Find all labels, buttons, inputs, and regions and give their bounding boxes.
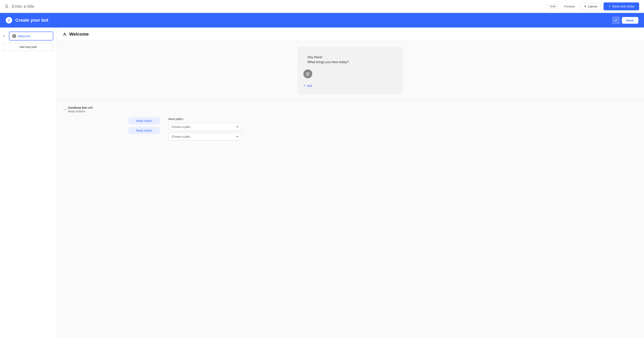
path-label-a: A. — [3, 34, 7, 38]
chat-message-2: What brings you here today? — [308, 60, 393, 64]
continue-bot-with: with — [88, 106, 93, 109]
path-item-label: Welcome — [18, 34, 30, 38]
save-close-label: Save and close — [612, 5, 634, 8]
continue-bot-text-block: Continue bot with Reply buttons — [68, 106, 93, 113]
title-input[interactable] — [12, 4, 544, 9]
add-label: Add — [307, 84, 312, 88]
path-row-a: A. ? Welcome — [3, 32, 53, 40]
menu-icon-circle[interactable] — [304, 70, 312, 78]
svg-rect-1 — [306, 74, 310, 74]
path-header-letter: A. — [63, 32, 67, 37]
continue-bot-prefix: Continue bot — [68, 106, 86, 109]
expand-icon-button[interactable]: ⤢ — [612, 16, 620, 24]
chat-bubble-container: Hey there! What brings you here today? — [298, 47, 403, 94]
bot-header: 1 Create your bot ⤢ Done — [0, 13, 644, 28]
cancel-button[interactable]: ✕ Cancel — [580, 3, 601, 10]
reply-button-1[interactable]: Reply button — [128, 117, 160, 124]
bot-header-actions: ⤢ Done — [612, 16, 638, 24]
svg-rect-2 — [306, 74, 310, 75]
done-button[interactable]: Done — [622, 17, 638, 24]
sidebar-path-welcome[interactable]: ? Welcome — [9, 32, 53, 40]
next-paths-label: Next paths: — [168, 117, 241, 121]
draft-badge: Draft — [548, 4, 558, 9]
chat-message-1: Hey there! — [308, 55, 393, 60]
path-header-name: Welcome — [69, 32, 89, 37]
chat-preview-section: Hey there! What brings you here today? — [57, 41, 644, 100]
svg-rect-3 — [306, 75, 308, 76]
continue-bot-method: Reply buttons — [68, 110, 86, 113]
path-item-icon: ? — [12, 34, 16, 38]
reply-button-2[interactable]: Reply button — [128, 127, 160, 134]
bot-header-title: Create your bot — [16, 18, 609, 23]
checkmark-icon: ✓ — [608, 4, 611, 8]
save-close-button[interactable]: ✓ Save and close — [604, 2, 639, 10]
content-area: A. Welcome Hey there! What brings you he… — [57, 28, 644, 338]
svg-rect-0 — [306, 73, 310, 73]
sidebar: A. ? Welcome Add new path — [0, 28, 57, 338]
menu-lines-icon — [306, 72, 310, 76]
top-bar: ☰ Draft Preview ✕ Cancel ✓ Save and clos… — [0, 0, 644, 13]
path-header: A. Welcome — [57, 28, 644, 41]
expand-icon: ⤢ — [614, 18, 618, 22]
continue-bot-main-text: Continue bot with — [68, 106, 93, 109]
continue-bot-arrow-icon: → — [63, 108, 66, 111]
chat-icon-row — [304, 70, 397, 78]
chat-bubble: Hey there! What brings you here today? — [304, 52, 397, 68]
reply-buttons-left: Reply button Reply button — [63, 117, 160, 134]
hamburger-icon[interactable]: ☰ — [5, 4, 8, 9]
path-select-1[interactable]: Choose a path... — [168, 123, 241, 131]
add-plus-icon: + — [304, 84, 306, 88]
next-paths-section: Next paths: Choose a path... Choose a pa… — [168, 117, 241, 142]
path-select-2[interactable]: Choose a path... — [168, 133, 241, 140]
main-container: A. ? Welcome Add new path A. Welcome Hey… — [0, 28, 644, 338]
step-number: 1 — [6, 17, 12, 24]
continue-bot-header: → Continue bot with Reply buttons — [63, 106, 638, 113]
cancel-x-icon: ✕ — [584, 5, 586, 8]
continue-bot-section: → Continue bot with Reply buttons Reply … — [57, 100, 644, 148]
add-message-link[interactable]: + Add — [304, 82, 397, 90]
add-path-button[interactable]: Add new path — [3, 43, 53, 51]
cancel-label: Cancel — [588, 5, 597, 8]
reply-buttons-row: Reply button Reply button Next paths: Ch… — [63, 117, 638, 142]
preview-button[interactable]: Preview — [561, 3, 578, 10]
top-bar-actions: Preview ✕ Cancel ✓ Save and close — [561, 2, 639, 10]
